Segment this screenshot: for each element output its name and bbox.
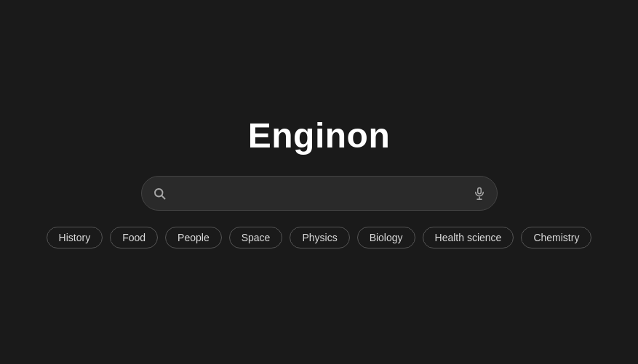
- category-chip[interactable]: Biology: [357, 227, 415, 248]
- category-chip[interactable]: People: [165, 227, 222, 248]
- search-input[interactable]: [141, 176, 498, 211]
- category-chip[interactable]: Physics: [290, 227, 349, 248]
- app-title: Enginon: [248, 116, 390, 155]
- category-chip[interactable]: Space: [229, 227, 283, 248]
- category-chip[interactable]: Food: [110, 227, 158, 248]
- category-chip[interactable]: Chemistry: [521, 227, 591, 248]
- category-chip[interactable]: Health science: [423, 227, 514, 248]
- microphone-icon[interactable]: [473, 187, 486, 200]
- search-container: [141, 176, 498, 211]
- svg-rect-2: [477, 188, 481, 194]
- category-chip[interactable]: History: [47, 227, 103, 248]
- category-chips-container: HistoryFoodPeopleSpacePhysicsBiologyHeal…: [47, 227, 592, 248]
